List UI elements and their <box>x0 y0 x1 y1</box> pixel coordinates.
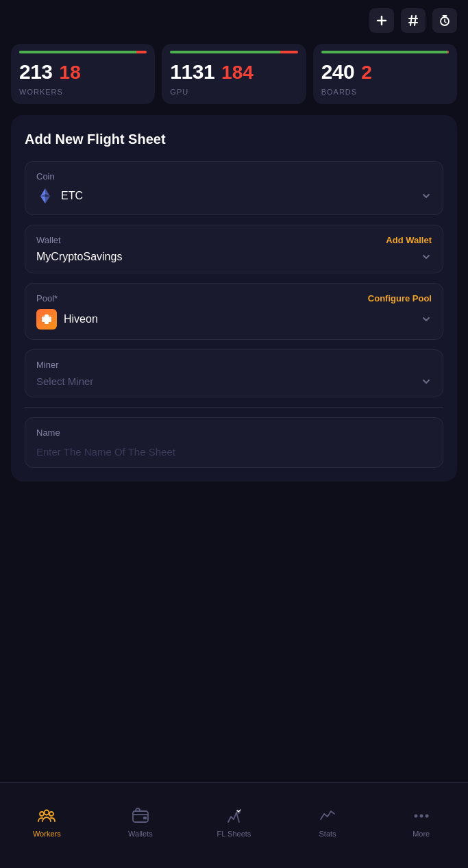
miner-chevron-icon <box>421 376 432 387</box>
nav-item-stats[interactable]: Stats <box>281 806 375 838</box>
wallet-label: Wallet <box>36 235 61 245</box>
miner-placeholder: Select Miner <box>36 375 93 387</box>
svg-point-11 <box>45 810 49 815</box>
pool-value: Hiveon <box>64 313 98 325</box>
pool-selected: Hiveon <box>36 309 98 330</box>
gpu-bar <box>170 51 297 53</box>
gpu-alert-value: 184 <box>221 62 254 84</box>
svg-point-18 <box>425 815 428 818</box>
wallets-nav-label: Wallets <box>128 830 153 838</box>
workers-numbers: 213 18 <box>19 60 147 84</box>
gpu-numbers: 1131 184 <box>170 60 297 84</box>
top-bar <box>0 0 468 38</box>
nav-item-flsheets[interactable]: FL Sheets <box>187 806 281 838</box>
coin-field-header: Coin <box>36 171 432 182</box>
stats-nav-icon <box>318 806 337 826</box>
pool-chevron-icon <box>421 314 432 325</box>
wallet-field[interactable]: Wallet Add Wallet MyCryptoSavings <box>25 225 443 273</box>
svg-point-10 <box>40 812 44 816</box>
stats-row: 213 18 WORKERS 1131 184 GPU 240 2 BOARDS <box>0 38 468 115</box>
pool-field-value: Hiveon <box>36 309 432 330</box>
form-title: Add New Flight Sheet <box>25 132 443 147</box>
svg-point-17 <box>419 815 423 818</box>
name-placeholder: Enter The Name Of The Sheet <box>36 446 432 458</box>
name-label: Name <box>36 427 432 438</box>
boards-bar <box>321 51 449 53</box>
svg-rect-9 <box>45 314 49 324</box>
svg-marker-3 <box>45 197 50 204</box>
boards-main-value: 240 <box>321 60 355 84</box>
wallet-field-header: Wallet Add Wallet <box>36 235 432 245</box>
miner-field[interactable]: Miner Select Miner <box>25 349 443 397</box>
stat-card-gpu[interactable]: 1131 184 GPU <box>162 44 306 104</box>
coin-chevron-icon <box>421 190 432 201</box>
coin-value: ETC <box>61 190 83 202</box>
ethereum-icon <box>36 187 54 205</box>
svg-point-16 <box>414 815 417 818</box>
stat-card-boards[interactable]: 240 2 BOARDS <box>313 44 457 104</box>
workers-main-value: 213 <box>19 60 53 84</box>
workers-nav-icon <box>37 806 56 826</box>
miner-field-value: Select Miner <box>36 375 432 387</box>
coin-label: Coin <box>36 171 55 182</box>
add-wallet-button[interactable]: Add Wallet <box>386 235 432 245</box>
wallet-chevron-icon <box>421 251 432 262</box>
boards-alert-value: 2 <box>361 62 372 84</box>
configure-pool-button[interactable]: Configure Pool <box>368 293 432 303</box>
bottom-nav: Workers Wallets FL Sheets <box>0 782 468 868</box>
more-nav-icon <box>412 806 431 826</box>
stats-nav-label: Stats <box>319 830 336 838</box>
nav-item-more[interactable]: More <box>374 806 468 838</box>
pool-field[interactable]: Pool* Configure Pool Hiveon <box>25 283 443 340</box>
nav-item-wallets[interactable]: Wallets <box>94 806 188 838</box>
gpu-main-value: 1131 <box>170 60 214 84</box>
svg-marker-4 <box>40 197 45 204</box>
wallet-field-value: MyCryptoSavings <box>36 251 432 263</box>
coin-field-value: ETC <box>36 187 432 205</box>
stat-card-workers[interactable]: 213 18 WORKERS <box>11 44 155 104</box>
workers-label: WORKERS <box>19 88 147 96</box>
name-field[interactable]: Name Enter The Name Of The Sheet <box>25 417 443 468</box>
gpu-label: GPU <box>170 88 297 96</box>
flsheets-nav-label: FL Sheets <box>217 830 251 838</box>
svg-rect-14 <box>143 817 147 819</box>
boards-numbers: 240 2 <box>321 60 449 84</box>
form-card: Add New Flight Sheet Coin ETC <box>11 115 457 482</box>
timer-button[interactable] <box>432 8 457 33</box>
add-button[interactable] <box>369 8 394 33</box>
coin-selected: ETC <box>36 187 83 205</box>
form-divider <box>25 407 443 408</box>
boards-label: BOARDS <box>321 88 449 96</box>
svg-point-12 <box>49 812 53 816</box>
pool-label: Pool* <box>36 293 58 303</box>
wallet-value: MyCryptoSavings <box>36 251 122 263</box>
workers-nav-label: Workers <box>33 830 61 838</box>
nav-item-workers[interactable]: Workers <box>0 806 94 838</box>
workers-bar <box>19 51 147 53</box>
miner-label: Miner <box>36 360 59 370</box>
main-content: Add New Flight Sheet Coin ETC <box>0 115 468 482</box>
pool-field-header: Pool* Configure Pool <box>36 293 432 303</box>
hiveon-icon <box>36 309 57 330</box>
more-nav-label: More <box>412 830 430 838</box>
coin-field[interactable]: Coin ETC <box>25 161 443 215</box>
flsheets-nav-icon <box>224 806 243 826</box>
wallets-nav-icon <box>131 806 150 826</box>
workers-alert-value: 18 <box>60 62 81 84</box>
hash-button[interactable] <box>401 8 426 33</box>
miner-field-header: Miner <box>36 360 432 370</box>
